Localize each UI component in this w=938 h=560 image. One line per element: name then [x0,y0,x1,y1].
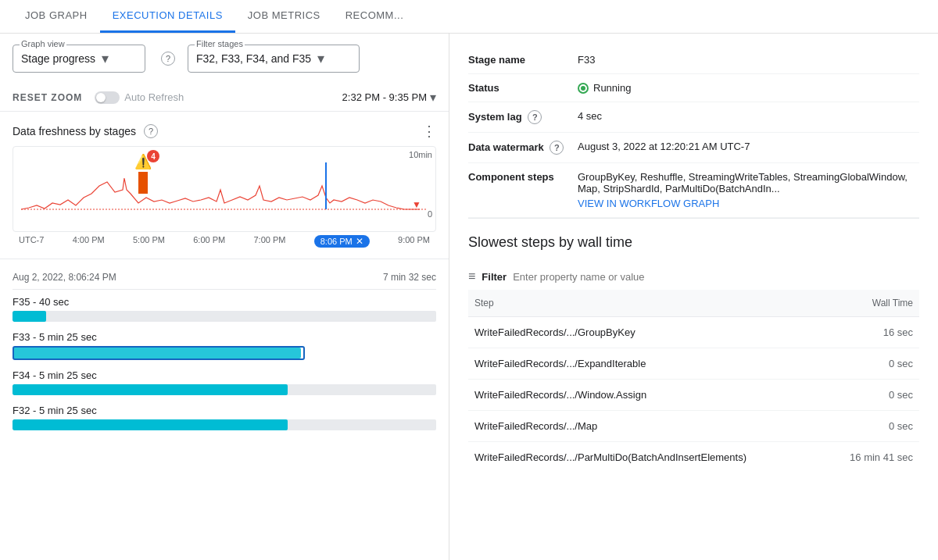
slowest-title: Slowest steps by wall time [468,234,919,251]
toolbar-row: RESET ZOOM Auto Refresh 2:32 PM - 9:35 P… [0,84,449,112]
progress-label-f35: F35 - 40 sec [13,296,436,308]
filter-stages-arrow-icon: ▾ [317,50,324,67]
steps-table-body: WriteFailedRecords/.../GroupByKey 16 sec… [468,317,919,473]
status-label: Status [468,82,578,94]
time-range-value: 2:32 PM - 9:35 PM [342,91,427,103]
filter-icon: ≡ [468,269,475,284]
progress-label-f34: F34 - 5 min 25 sec [13,369,436,381]
component-steps-label: Component steps [468,171,578,183]
chart-title: Data freshness by stages [13,125,136,137]
auto-refresh-toggle[interactable] [95,91,120,104]
auto-refresh-group: Auto Refresh [95,91,184,104]
chart-more-icon[interactable]: ⋮ [422,123,436,140]
progress-item-f33: F33 - 5 min 25 sec [13,331,436,360]
wall-time-4: 16 min 41 sec [825,442,919,473]
info-row-data-watermark: Data watermark ? August 3, 2022 at 12:20… [468,133,919,163]
data-watermark-value: August 3, 2022 at 12:20:21 AM UTC-7 [578,141,919,152]
table-row: WriteFailedRecords/.../GroupByKey 16 sec [468,317,919,348]
steps-table-header-row: Step Wall Time [468,290,919,317]
xaxis-6pm: 6:00 PM [193,235,225,248]
xaxis-8pm-pill[interactable]: 8:06 PM ✕ [314,235,370,248]
progress-label-f33: F33 - 5 min 25 sec [13,331,436,343]
status-value: Running [578,82,919,94]
progress-label-f32: F32 - 5 min 25 sec [13,405,436,416]
stage-name-label: Stage name [468,54,578,66]
wall-time-0: 16 sec [825,317,919,348]
graph-view-arrow-icon: ▾ [102,50,109,67]
chart-container: 10min 0 ⚠️ 4 [13,146,436,232]
running-dot-inner [581,86,585,91]
running-dot-icon [578,83,589,94]
time-range-chevron-icon: ▾ [430,90,436,105]
progress-item-f35: F35 - 40 sec [13,296,436,322]
xaxis-7pm: 7:00 PM [253,235,285,248]
toggle-knob [96,93,106,102]
view-in-workflow-graph-link[interactable]: VIEW IN WORKFLOW GRAPH [578,198,919,209]
chart-help-icon[interactable]: ? [144,124,158,138]
system-lag-help-icon[interactable]: ? [528,110,542,124]
step-name-4: WriteFailedRecords/.../ParMultiDo(BatchA… [468,442,825,473]
graph-view-value: Stage progress [21,52,95,65]
step-name-2: WriteFailedRecords/.../Window.Assign [468,380,825,411]
progress-bar-f33-container [13,346,436,360]
wall-time-2: 0 sec [825,380,919,411]
info-row-component-steps: Component steps GroupByKey, Reshuffle, S… [468,163,919,218]
tab-execution-details[interactable]: EXECUTION DETAILS [100,0,235,33]
filter-stages-dropdown[interactable]: Filter stages F32, F33, F34, and F35 ▾ [188,45,360,73]
progress-duration: 7 min 32 sec [383,272,436,283]
progress-bar-bg-f34 [13,384,436,395]
progress-bar-fill-f32 [13,419,288,430]
steps-table-head: Step Wall Time [468,290,919,317]
step-name-0: WriteFailedRecords/.../GroupByKey [468,317,825,348]
tab-recommendations[interactable]: RECOMM... [333,0,417,33]
step-name-1: WriteFailedRecords/.../ExpandIterable [468,348,825,380]
progress-bar-fill-f34 [13,384,288,395]
orange-bar [138,172,148,194]
component-steps-value: GroupByKey, Reshuffle, StreamingWriteTab… [578,171,919,209]
chart-svg: ▼ [13,147,435,221]
tab-job-metrics[interactable]: JOB METRICS [235,0,333,33]
chart-0-label: 0 [428,209,432,219]
info-row-status: Status Running [468,74,919,102]
right-panel: Stage name F33 Status Running System lag… [449,34,938,560]
progress-item-f32: F32 - 5 min 25 sec [13,405,436,430]
slowest-steps-section: Slowest steps by wall time ≡ Filter Step… [468,234,919,473]
progress-date: Aug 2, 2022, 8:06:24 PM [13,272,116,283]
info-row-stage-name: Stage name F33 [468,46,919,74]
progress-section: Aug 2, 2022, 8:06:24 PM 7 min 32 sec F35… [0,259,449,560]
xaxis-9pm: 9:00 PM [398,235,430,248]
filter-row: ≡ Filter [468,263,919,290]
wall-time-1: 0 sec [825,348,919,380]
chart-section: Data freshness by stages ? ⋮ 10min 0 ⚠️ … [0,112,449,259]
time-range-selector[interactable]: 2:32 PM - 9:35 PM ▾ [342,90,436,105]
auto-refresh-label: Auto Refresh [124,91,184,103]
graph-view-label: Graph view [20,39,66,48]
info-row-system-lag: System lag ? 4 sec [468,102,919,133]
data-watermark-label: Data watermark ? [468,141,578,155]
controls-row: Graph view Stage progress ▾ ? Filter sta… [0,34,449,84]
top-tabs-bar: JOB GRAPH EXECUTION DETAILS JOB METRICS … [0,0,938,34]
filter-input[interactable] [513,271,919,283]
tab-job-graph[interactable]: JOB GRAPH [13,0,100,33]
xaxis-5pm: 5:00 PM [133,235,165,248]
system-lag-value: 4 sec [578,110,919,122]
data-watermark-help-icon[interactable]: ? [550,141,564,155]
filter-stages-label: Filter stages [195,39,245,48]
status-text: Running [593,82,631,94]
chart-10min-label: 10min [409,150,432,159]
col-wall-time: Wall Time [825,290,919,317]
steps-table: Step Wall Time WriteFailedRecords/.../Gr… [468,290,919,473]
xaxis-utc7: UTC-7 [19,235,44,248]
progress-item-f34: F34 - 5 min 25 sec [13,369,436,395]
chart-warning: ⚠️ 4 [134,153,152,194]
progress-bar-bg-f32 [13,419,436,430]
graph-view-help-icon[interactable]: ? [161,52,175,66]
progress-bar-fill-f35 [13,311,46,322]
graph-view-dropdown[interactable]: Graph view Stage progress ▾ [13,45,145,73]
progress-bar-outline-f33 [13,346,305,360]
warning-count: 4 [147,150,159,162]
table-row: WriteFailedRecords/.../ParMultiDo(BatchA… [468,442,919,473]
step-name-3: WriteFailedRecords/.../Map [468,411,825,442]
time-pill-close-icon[interactable]: ✕ [356,236,363,247]
reset-zoom-button[interactable]: RESET ZOOM [13,92,82,103]
